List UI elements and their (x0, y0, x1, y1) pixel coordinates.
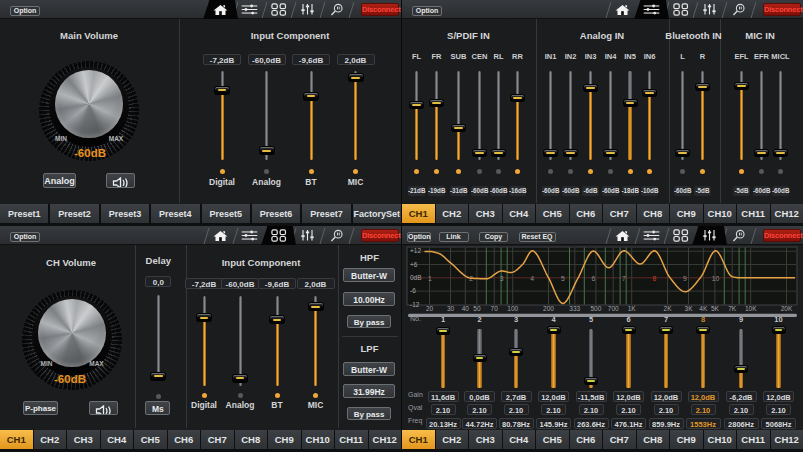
svg-text:9: 9 (683, 275, 687, 282)
svg-text:700: 700 (608, 305, 619, 312)
svg-text:6: 6 (591, 275, 595, 282)
svg-text:30: 30 (447, 305, 455, 312)
svg-text:3K: 3K (685, 305, 694, 312)
svg-text:4K: 4K (699, 305, 708, 312)
svg-text:10: 10 (712, 275, 720, 282)
svg-text:8: 8 (653, 275, 657, 282)
svg-text:-6: -6 (410, 287, 416, 294)
svg-text:7: 7 (622, 275, 626, 282)
svg-text:10K: 10K (745, 305, 757, 312)
svg-text:1K: 1K (628, 305, 637, 312)
svg-text:5: 5 (561, 275, 565, 282)
svg-text:20: 20 (426, 305, 434, 312)
svg-text:2K: 2K (664, 305, 673, 312)
svg-text:0dB: 0dB (410, 274, 422, 281)
svg-text:5K: 5K (711, 305, 720, 312)
svg-text:500: 500 (590, 305, 601, 312)
svg-text:70: 70 (491, 305, 499, 312)
svg-text:7K: 7K (728, 305, 737, 312)
svg-text:333: 333 (569, 305, 580, 312)
svg-text:+6: +6 (410, 261, 418, 268)
svg-text:200: 200 (543, 305, 554, 312)
svg-text:100: 100 (507, 305, 518, 312)
svg-text:40: 40 (462, 305, 470, 312)
svg-text:3: 3 (500, 275, 504, 282)
svg-text:1: 1 (428, 275, 432, 282)
svg-text:4: 4 (530, 275, 534, 282)
svg-text:20K: 20K (781, 305, 793, 312)
svg-text:-12: -12 (410, 301, 420, 308)
svg-text:50: 50 (473, 305, 481, 312)
svg-text:+12: +12 (410, 247, 421, 254)
